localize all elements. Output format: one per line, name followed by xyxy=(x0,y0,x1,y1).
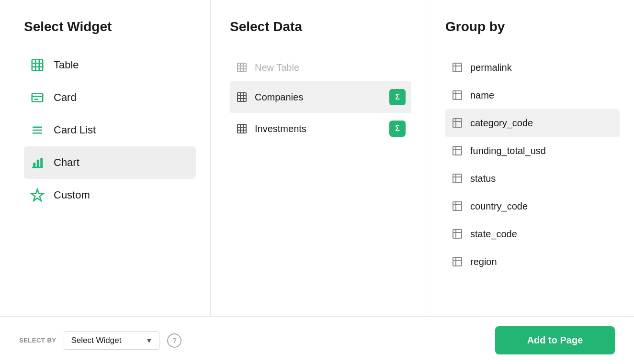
group-item-category-code[interactable]: category_code xyxy=(445,109,620,137)
companies-table-icon xyxy=(236,91,248,103)
data-item-new-table-label: New Table xyxy=(255,62,299,73)
category-code-col-icon xyxy=(451,117,464,129)
data-list: New Table Companies Σ xyxy=(230,54,411,144)
widget-item-card-label: Card xyxy=(54,91,77,104)
group-item-funding-total-usd[interactable]: funding_total_usd xyxy=(445,137,620,165)
group-item-category-code-label: category_code xyxy=(470,118,533,129)
help-icon-label: ? xyxy=(172,336,176,344)
data-panel-title: Select Data xyxy=(230,19,411,34)
group-item-state-code-label: state_code xyxy=(470,229,517,240)
investments-sigma-badge: Σ xyxy=(389,121,406,137)
bottom-bar: SELECT BY Select Widget ▼ ? Add to Page xyxy=(0,316,634,364)
group-item-country-code[interactable]: country_code xyxy=(445,192,620,220)
widget-item-custom[interactable]: Custom xyxy=(24,179,196,211)
data-item-investments[interactable]: Investments Σ xyxy=(230,113,411,144)
new-table-icon xyxy=(236,61,248,74)
widget-panel-title: Select Widget xyxy=(24,19,196,34)
add-to-page-button[interactable]: Add to Page xyxy=(495,326,615,354)
group-item-status[interactable]: status xyxy=(445,165,620,192)
svg-rect-5 xyxy=(32,93,43,102)
group-item-country-code-label: country_code xyxy=(470,201,528,212)
widget-item-card[interactable]: Card xyxy=(24,81,196,114)
companies-sigma-badge: Σ xyxy=(389,89,406,105)
svg-rect-30 xyxy=(453,63,462,72)
svg-rect-13 xyxy=(37,160,39,167)
widget-item-chart-label: Chart xyxy=(54,156,79,169)
svg-rect-39 xyxy=(453,146,462,155)
group-item-permalink[interactable]: permalink xyxy=(445,54,620,81)
funding-total-col-icon xyxy=(451,144,464,157)
investments-table-icon xyxy=(236,122,248,135)
card-list-icon xyxy=(30,122,45,138)
svg-rect-42 xyxy=(453,174,462,183)
group-item-region[interactable]: region xyxy=(445,248,620,276)
widget-item-custom-label: Custom xyxy=(54,189,90,201)
data-item-companies[interactable]: Companies Σ xyxy=(230,81,411,113)
svg-rect-14 xyxy=(40,158,43,167)
table-icon xyxy=(30,57,45,73)
card-icon xyxy=(30,90,45,105)
group-item-permalink-label: permalink xyxy=(470,62,512,73)
svg-rect-12 xyxy=(33,163,35,167)
country-code-col-icon xyxy=(451,200,464,212)
widget-item-table[interactable]: Table xyxy=(24,49,196,81)
svg-rect-51 xyxy=(453,257,462,266)
group-list: permalink name xyxy=(445,54,620,276)
group-item-region-label: region xyxy=(470,256,497,267)
group-item-name[interactable]: name xyxy=(445,81,620,109)
permalink-col-icon xyxy=(451,61,464,74)
svg-rect-36 xyxy=(453,119,462,127)
widget-item-chart[interactable]: Chart xyxy=(24,146,196,179)
chart-icon xyxy=(30,155,45,170)
group-panel: Group by permalink xyxy=(426,0,634,316)
help-icon[interactable]: ? xyxy=(167,333,181,348)
group-item-state-code[interactable]: state_code xyxy=(445,220,620,248)
svg-rect-33 xyxy=(453,91,462,99)
dropdown-value: Select Widget xyxy=(71,336,121,345)
select-by-section: SELECT BY Select Widget ▼ ? xyxy=(19,331,181,350)
widget-item-card-list-label: Card List xyxy=(54,124,96,136)
data-item-investments-label: Investments xyxy=(255,123,306,134)
chevron-down-icon: ▼ xyxy=(146,337,153,344)
name-col-icon xyxy=(451,89,464,101)
data-panel: Select Data New Table xyxy=(211,0,426,316)
data-item-companies-label: Companies xyxy=(255,92,303,103)
svg-rect-15 xyxy=(238,63,246,72)
widget-list: Table Card xyxy=(24,49,196,211)
group-item-name-label: name xyxy=(470,90,494,101)
group-item-funding-label: funding_total_usd xyxy=(470,145,546,156)
data-item-new-table[interactable]: New Table xyxy=(230,54,411,81)
widget-item-card-list[interactable]: Card List xyxy=(24,114,196,146)
widget-item-table-label: Table xyxy=(54,59,79,71)
state-code-col-icon xyxy=(451,228,464,240)
status-col-icon xyxy=(451,172,464,185)
svg-rect-48 xyxy=(453,230,462,238)
select-by-dropdown[interactable]: Select Widget ▼ xyxy=(64,331,159,350)
group-panel-title: Group by xyxy=(445,19,620,34)
svg-rect-20 xyxy=(238,93,246,101)
region-col-icon xyxy=(451,255,464,268)
svg-rect-25 xyxy=(238,124,246,133)
custom-icon xyxy=(30,188,45,203)
widget-panel: Select Widget Table xyxy=(0,0,211,316)
svg-rect-45 xyxy=(453,202,462,210)
svg-rect-0 xyxy=(32,60,43,71)
select-by-label: SELECT BY xyxy=(19,337,56,344)
group-item-status-label: status xyxy=(470,173,496,184)
